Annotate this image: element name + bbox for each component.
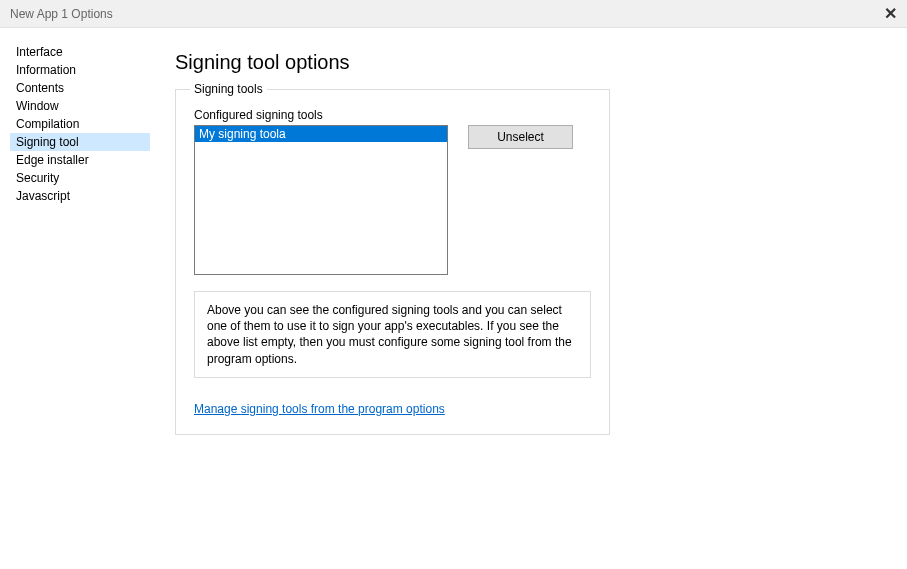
content-wrap: Interface Information Contents Window Co… [0,28,907,569]
main-panel: Signing tool options Signing tools Confi… [150,43,897,559]
page-title: Signing tool options [175,51,877,74]
titlebar: New App 1 Options ✕ [0,0,907,28]
sidebar-item-signing-tool[interactable]: Signing tool [10,133,150,151]
signing-tools-fieldset: Signing tools Configured signing tools M… [194,90,591,416]
tool-row: My signing toola Unselect [194,125,591,275]
manage-signing-tools-link[interactable]: Manage signing tools from the program op… [194,402,445,416]
sidebar-item-edge-installer[interactable]: Edge installer [10,151,150,169]
sidebar: Interface Information Contents Window Co… [10,43,150,559]
fieldset-legend: Signing tools [190,82,267,96]
description-box: Above you can see the configured signing… [194,291,591,378]
listbox-item[interactable]: My signing toola [195,126,447,142]
sidebar-item-compilation[interactable]: Compilation [10,115,150,133]
signing-tools-listbox[interactable]: My signing toola [194,125,448,275]
unselect-button[interactable]: Unselect [468,125,573,149]
signing-tools-panel: Signing tools Configured signing tools M… [175,89,610,435]
sidebar-item-interface[interactable]: Interface [10,43,150,61]
sidebar-item-window[interactable]: Window [10,97,150,115]
sidebar-item-security[interactable]: Security [10,169,150,187]
sidebar-item-javascript[interactable]: Javascript [10,187,150,205]
configured-label: Configured signing tools [194,108,591,122]
close-icon[interactable]: ✕ [884,4,897,23]
sidebar-item-information[interactable]: Information [10,61,150,79]
window-title: New App 1 Options [10,7,113,21]
sidebar-item-contents[interactable]: Contents [10,79,150,97]
